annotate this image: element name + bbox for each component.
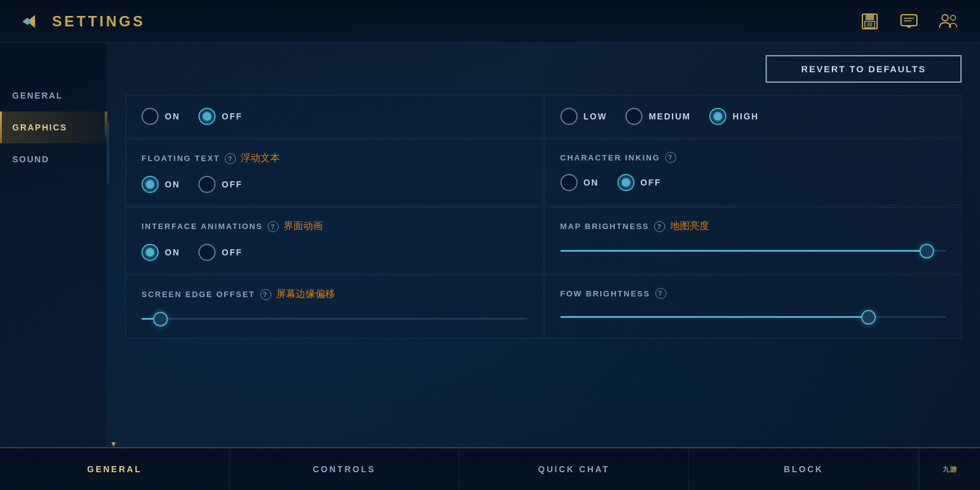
high-label: HIGH xyxy=(733,111,759,121)
on-off-group: ON OFF xyxy=(141,108,527,125)
screen-edge-offset-track xyxy=(141,318,527,320)
header: SETTINGS xyxy=(0,0,980,43)
medium-option[interactable]: MEDIUM xyxy=(625,108,691,125)
off-label-top: OFF xyxy=(222,111,243,121)
tab-block[interactable]: BLOCK xyxy=(689,448,919,490)
svg-rect-7 xyxy=(901,15,917,26)
on-label-top: ON xyxy=(165,111,180,121)
sidebar: GENERAL GRAPHICS SOUND xyxy=(0,43,107,447)
back-button[interactable] xyxy=(18,9,43,34)
fow-brightness-fill xyxy=(560,316,869,318)
revert-btn-row: REVERT TO DEFAULTS xyxy=(126,55,962,83)
svg-point-11 xyxy=(942,15,948,21)
floating-text-on-radio[interactable] xyxy=(141,176,159,193)
svg-rect-6 xyxy=(867,23,872,26)
floating-text-off-radio[interactable] xyxy=(198,176,216,193)
main-content: REVERT TO DEFAULTS ON OFF LOW xyxy=(107,43,980,447)
floating-text-options: ON OFF xyxy=(141,176,527,193)
sidebar-item-graphics[interactable]: GRAPHICS xyxy=(0,111,107,143)
header-left: SETTINGS xyxy=(18,9,145,34)
settings-grid: FLOATING TEXT ? 浮动文本 ON OFF CHARACTER IN… xyxy=(126,139,962,339)
tab-controls[interactable]: CONTROLS xyxy=(230,448,459,490)
floating-text-label: FLOATING TEXT ? 浮动文本 xyxy=(141,152,527,165)
map-brightness-panel: MAP BRIGHTNESS ? 地图亮度 xyxy=(545,207,962,274)
header-icons xyxy=(856,8,962,35)
interface-animations-on-radio[interactable] xyxy=(141,244,159,261)
map-brightness-thumb[interactable] xyxy=(919,244,934,258)
sidebar-item-sound[interactable]: SOUND xyxy=(0,143,107,175)
floating-text-on[interactable]: ON xyxy=(141,176,180,193)
off-option-top[interactable]: OFF xyxy=(198,108,243,125)
high-option[interactable]: HIGH xyxy=(709,108,759,125)
character-inking-help[interactable]: ? xyxy=(665,152,676,163)
fow-brightness-slider[interactable] xyxy=(560,310,946,324)
chat-icon-button[interactable] xyxy=(895,8,922,35)
low-option[interactable]: LOW xyxy=(560,108,608,125)
character-inking-off[interactable]: OFF xyxy=(617,174,662,191)
character-inking-label: CHARACTER INKING ? xyxy=(560,152,946,163)
fow-brightness-label: FOW BRIGHTNESS ? xyxy=(560,288,946,299)
screen-edge-offset-thumb[interactable] xyxy=(153,312,168,326)
fow-brightness-track xyxy=(560,316,946,318)
svg-marker-10 xyxy=(905,26,913,28)
sidebar-item-general[interactable]: GENERAL xyxy=(0,80,107,111)
interface-animations-off[interactable]: OFF xyxy=(198,244,243,261)
interface-animations-off-radio[interactable] xyxy=(198,244,216,261)
map-brightness-slider[interactable] xyxy=(560,244,946,258)
on-radio-top[interactable] xyxy=(141,108,159,125)
interface-animations-on[interactable]: ON xyxy=(141,244,180,261)
friends-icon-button[interactable] xyxy=(935,8,962,35)
medium-label: MEDIUM xyxy=(649,111,691,121)
high-radio[interactable] xyxy=(709,108,726,125)
character-inking-on[interactable]: ON xyxy=(560,174,599,191)
svg-point-12 xyxy=(951,15,956,20)
scroll-indicator xyxy=(107,123,109,184)
character-inking-off-radio[interactable] xyxy=(617,174,635,191)
top-left-panel: ON OFF xyxy=(126,95,543,138)
tab-general[interactable]: GENERAL xyxy=(0,448,230,490)
on-option-top[interactable]: ON xyxy=(141,108,180,125)
map-brightness-help[interactable]: ? xyxy=(654,221,665,232)
map-brightness-label: MAP BRIGHTNESS ? 地图亮度 xyxy=(560,220,946,233)
interface-animations-label: INTERFACE ANIMATIONS ? 界面动画 xyxy=(141,220,527,233)
fow-brightness-panel: FOW BRIGHTNESS ? xyxy=(545,275,962,339)
save-icon-button[interactable] xyxy=(856,8,883,35)
top-right-panel: LOW MEDIUM HIGH xyxy=(545,95,962,138)
quality-group: LOW MEDIUM HIGH xyxy=(560,108,946,125)
fow-brightness-help[interactable]: ? xyxy=(655,288,666,299)
bottom-tabs: GENERAL CONTROLS QUICK CHAT BLOCK 九游 xyxy=(0,447,980,490)
screen-edge-offset-panel: SCREEN EDGE OFFSET ? 屏幕边缘偏移 xyxy=(126,275,543,339)
header-title: SETTINGS xyxy=(52,13,145,30)
character-inking-on-radio[interactable] xyxy=(560,174,578,191)
floating-text-help[interactable]: ? xyxy=(225,153,236,164)
character-inking-panel: CHARACTER INKING ? ON OFF xyxy=(545,139,962,206)
top-settings-row: ON OFF LOW MEDIUM HI xyxy=(126,95,962,138)
screen-edge-offset-slider[interactable] xyxy=(141,312,527,326)
map-brightness-track xyxy=(560,250,946,252)
revert-to-defaults-button[interactable]: REVERT TO DEFAULTS xyxy=(766,55,962,83)
interface-animations-options: ON OFF xyxy=(141,244,527,261)
low-radio[interactable] xyxy=(560,108,578,125)
interface-animations-panel: INTERFACE ANIMATIONS ? 界面动画 ON OFF xyxy=(126,207,543,274)
low-label: LOW xyxy=(584,111,608,121)
interface-animations-help[interactable]: ? xyxy=(268,221,279,232)
medium-radio[interactable] xyxy=(625,108,643,125)
bottom-logo: 九游 xyxy=(919,448,980,490)
svg-rect-4 xyxy=(865,14,874,20)
fow-brightness-thumb[interactable] xyxy=(861,310,876,325)
map-brightness-fill xyxy=(560,250,927,252)
floating-text-panel: FLOATING TEXT ? 浮动文本 ON OFF xyxy=(126,139,543,206)
off-radio-top[interactable] xyxy=(198,108,216,125)
screen-edge-offset-label: SCREEN EDGE OFFSET ? 屏幕边缘偏移 xyxy=(141,288,527,301)
character-inking-options: ON OFF xyxy=(560,174,946,191)
floating-text-off[interactable]: OFF xyxy=(198,176,243,193)
tab-quick-chat[interactable]: QUICK CHAT xyxy=(459,448,689,490)
screen-edge-offset-help[interactable]: ? xyxy=(260,289,271,300)
